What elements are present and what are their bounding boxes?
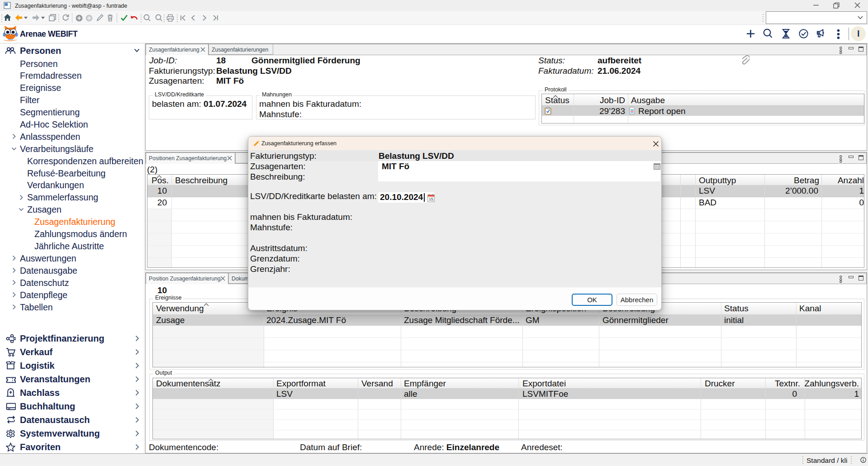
svg-text:15: 15 [429, 196, 433, 201]
